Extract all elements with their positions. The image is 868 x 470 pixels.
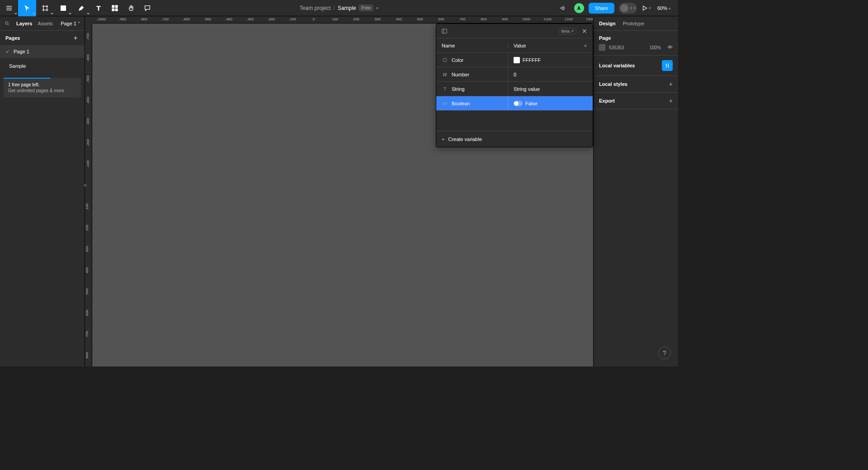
pen-tool[interactable] [72, 0, 90, 16]
breadcrumb-project[interactable]: Team project [300, 5, 331, 11]
number-var-icon [442, 71, 448, 78]
svg-line-18 [446, 73, 446, 76]
visibility-toggle[interactable] [667, 44, 673, 51]
share-button[interactable]: Share [589, 3, 614, 14]
variables-header: Beta ↗ ✕ [436, 24, 593, 38]
close-button[interactable]: ✕ [580, 27, 589, 36]
shape-tool[interactable] [54, 0, 72, 16]
chevron-down-icon: ▾ [669, 6, 671, 11]
layer-name: Sample [9, 63, 26, 69]
bg-hex[interactable]: 535353 [609, 45, 624, 50]
file-menu-chevron[interactable]: ▾ [376, 6, 378, 10]
svg-rect-14 [442, 29, 447, 33]
tab-layers[interactable]: Layers [16, 21, 32, 26]
add-style-button[interactable]: + [669, 80, 673, 88]
avatar[interactable]: A [574, 3, 584, 13]
add-export-button[interactable]: + [669, 97, 673, 104]
variable-name: Boolean [452, 101, 470, 106]
beta-badge[interactable]: Beta ↗ [559, 28, 576, 34]
sidebar-icon [441, 28, 448, 34]
create-variable-label: Create variable [448, 136, 482, 142]
external-link-icon: ↗ [571, 29, 574, 33]
open-variables-button[interactable] [662, 60, 673, 71]
local-styles-section: Local styles + [594, 76, 678, 93]
svg-rect-8 [112, 5, 114, 8]
breadcrumb-file[interactable]: Sample [338, 5, 356, 11]
audio-button[interactable] [557, 2, 570, 14]
create-variable-button[interactable]: + Create variable [436, 131, 593, 147]
present-button[interactable]: ▾ [642, 5, 651, 11]
variable-row-boolean[interactable]: Boolean False [436, 96, 593, 111]
bg-opacity[interactable]: 100% [649, 45, 661, 50]
page-select[interactable]: Page 1 ⌃ [61, 21, 81, 26]
move-tool[interactable] [18, 0, 36, 16]
variable-name-cell[interactable]: Boolean [436, 100, 508, 107]
variables-spacer [436, 111, 593, 131]
chevron-down-icon [69, 13, 71, 14]
pages-header: Pages + [0, 31, 85, 45]
tab-assets[interactable]: Assets [38, 21, 52, 26]
variable-name: String [452, 86, 465, 92]
variable-value-cell[interactable]: String value [508, 82, 593, 96]
upsell-card: 1 free page left. Get unlimited pages & … [4, 78, 81, 98]
bg-color-swatch[interactable] [599, 44, 605, 51]
variable-value-cell[interactable]: False [508, 96, 593, 110]
main-menu-button[interactable] [0, 0, 18, 16]
variable-row-number[interactable]: Number 0 [436, 67, 593, 82]
search-button[interactable] [4, 20, 11, 27]
svg-point-24 [670, 47, 671, 48]
layer-item[interactable]: Sample [0, 60, 85, 72]
panel-sidebar-toggle[interactable] [440, 27, 449, 36]
variable-name: Number [452, 72, 469, 77]
column-value: Value [508, 43, 578, 48]
svg-line-17 [443, 73, 444, 76]
frame-tool[interactable] [36, 0, 54, 16]
page-select-label: Page 1 [61, 21, 76, 26]
tab-prototype[interactable]: Prototype [623, 21, 644, 26]
boolean-toggle[interactable] [514, 101, 523, 106]
tool-group-left [0, 0, 156, 16]
variable-value-cell[interactable]: FFFFFF [508, 53, 593, 67]
plus-icon: + [442, 136, 444, 142]
right-panel: Design Prototype Page 535353 100% Local … [593, 16, 678, 367]
variable-row-string[interactable]: String String value [436, 82, 593, 96]
svg-point-27 [666, 64, 667, 65]
page-bg-row[interactable]: 535353 100% [599, 44, 673, 51]
variable-value-cell[interactable]: 0 [508, 67, 593, 81]
hand-tool[interactable] [123, 0, 139, 16]
variable-name-cell[interactable]: String [436, 86, 508, 92]
devmode-toggle[interactable] [619, 3, 637, 14]
variable-row-color[interactable]: Color FFFFFF [436, 53, 593, 67]
local-styles-title: Local styles [599, 81, 627, 87]
search-icon [5, 21, 10, 26]
comment-tool[interactable] [139, 0, 156, 16]
add-page-button[interactable]: + [72, 34, 79, 42]
left-panel-tabs: Layers Assets Page 1 ⌃ [0, 16, 85, 31]
chevron-down-icon [51, 13, 53, 14]
variable-name-cell[interactable]: Number [436, 71, 508, 78]
svg-point-28 [668, 66, 669, 67]
left-panel: Layers Assets Page 1 ⌃ Pages + ✓ Page 1 … [0, 16, 85, 367]
breadcrumb: Team project / Sample Free ▾ [300, 5, 378, 11]
text-tool[interactable] [90, 0, 107, 16]
play-icon [642, 5, 648, 11]
page-section: Page 535353 100% [594, 31, 678, 56]
svg-rect-11 [115, 9, 118, 11]
chevron-down-icon [14, 13, 17, 14]
tab-design[interactable]: Design [599, 21, 616, 26]
add-mode-button[interactable]: + [578, 43, 593, 48]
variable-name-cell[interactable]: Color [436, 57, 508, 63]
chevron-down-icon [87, 13, 90, 14]
page-section-title: Page [599, 35, 673, 41]
help-icon: ? [663, 349, 666, 357]
canvas[interactable]: -1000-900-800-700-600-500-400-300-200-10… [85, 16, 593, 367]
svg-rect-9 [115, 5, 118, 8]
color-var-icon [442, 57, 448, 63]
variable-value: FFFFFF [523, 57, 541, 63]
page-item[interactable]: ✓ Page 1 [0, 45, 85, 58]
close-icon: ✕ [582, 28, 587, 35]
upsell-link[interactable]: Get unlimited pages & more [8, 88, 76, 93]
help-button[interactable]: ? [658, 347, 671, 359]
resources-tool[interactable] [107, 0, 123, 16]
zoom-menu[interactable]: 60% ▾ [656, 5, 673, 11]
